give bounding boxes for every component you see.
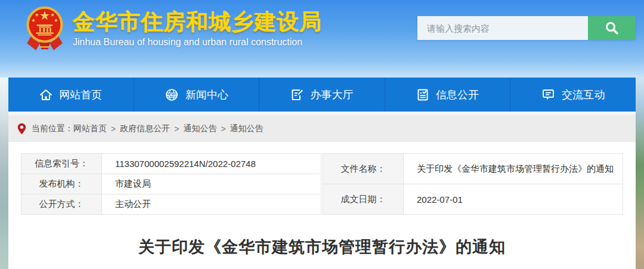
service-hall-icon [290,88,304,101]
nav-item-interaction[interactable]: 交流互动 [510,78,636,112]
table-row: 文件名称： 关于印发《金华市建筑市场管理暂行办法》的通知 [323,154,623,184]
info-index-label: 信息索引号： [21,154,102,174]
table-row: 发布机构： 市建设局 [21,174,321,194]
breadcrumb-item-notices-2[interactable]: 通知公告 [230,123,264,134]
breadcrumb-item-gov-info[interactable]: 政府信息公开 [120,123,170,134]
breadcrumb-separator: > [221,124,225,134]
search-button[interactable] [588,16,636,40]
location-pin-icon [17,123,26,135]
file-name-label: 文件名称： [323,154,404,184]
issue-date-label: 成文日期： [323,184,404,215]
nav-item-service-hall[interactable]: 办事大厅 [259,78,385,112]
info-index-value: 11330700002592214N/2022-02748 [102,154,321,174]
search-bar [417,16,636,40]
file-name-value: 关于印发《金华市建筑市场管理暂行办法》的通知 [404,154,623,184]
site-subtitle: Jinhua Bureau of housing and urban rural… [73,37,322,48]
document-info-tables: 信息索引号： 11330700002592214N/2022-02748 发布机… [21,153,623,215]
issue-date-value: 2022-07-01 [404,184,623,215]
svg-text:NEWS: NEWS [167,92,177,96]
disclosure-method-value: 主动公开 [102,194,321,215]
doc-info-table-right: 文件名称： 关于印发《金华市建筑市场管理暂行办法》的通知 成文日期： 2022-… [323,153,623,215]
nav-item-label: 网站首页 [59,88,102,102]
table-row: 信息索引号： 11330700002592214N/2022-02748 [21,154,321,174]
nav-item-label: 信息公开 [436,88,479,102]
home-icon [39,88,52,101]
background-photo-left [0,78,8,269]
news-globe-icon: NEWS [165,88,179,102]
nav-item-label: 新闻中心 [185,88,228,102]
site-title: 金华市住房和城乡建设局 [73,10,322,35]
main-content: 当前位置： 网站首页 > 政府信息公开 > 通知公告 > 通知公告 信息索引号：… [8,115,636,269]
breadcrumb-item-home[interactable]: 网站首页 [73,123,107,134]
search-icon [604,20,620,36]
site-header: 金华市住房和城乡建设局 Jinhua Bureau of housing and… [0,0,644,78]
nav-item-info-disclosure[interactable]: 信息公开 [385,78,511,112]
doc-info-table-left: 信息索引号： 11330700002592214N/2022-02748 发布机… [21,153,321,215]
table-row: 成文日期： 2022-07-01 [323,184,623,215]
background-photo-right [636,78,644,269]
site-brand[interactable]: 金华市住房和城乡建设局 Jinhua Bureau of housing and… [25,5,322,51]
breadcrumb-item-notices[interactable]: 通知公告 [183,123,216,134]
breadcrumb-separator: > [174,124,179,134]
main-nav: 网站首页 NEWS 新闻中心 [8,78,636,112]
nav-item-news[interactable]: NEWS 新闻中心 [134,78,260,112]
nav-item-label: 交流互动 [562,88,605,102]
breadcrumb: 当前位置： 网站首页 > 政府信息公开 > 通知公告 > 通知公告 [8,115,636,142]
interaction-icon [541,88,555,101]
nav-item-label: 办事大厅 [310,88,353,102]
info-disclosure-icon [416,88,429,101]
page-title: 关于印发《金华市建筑市场管理暂行办法》的通知 [8,236,636,258]
disclosure-method-label: 公开方式： [21,194,102,215]
table-row: 公开方式： 主动公开 [21,194,321,215]
nav-item-home[interactable]: 网站首页 [8,78,134,112]
breadcrumb-separator: > [111,124,116,134]
national-emblem-icon [25,5,64,51]
issuing-agency-value: 市建设局 [102,174,321,194]
search-input[interactable] [417,16,588,40]
issuing-agency-label: 发布机构： [21,174,102,194]
breadcrumb-prefix: 当前位置： [32,123,73,134]
